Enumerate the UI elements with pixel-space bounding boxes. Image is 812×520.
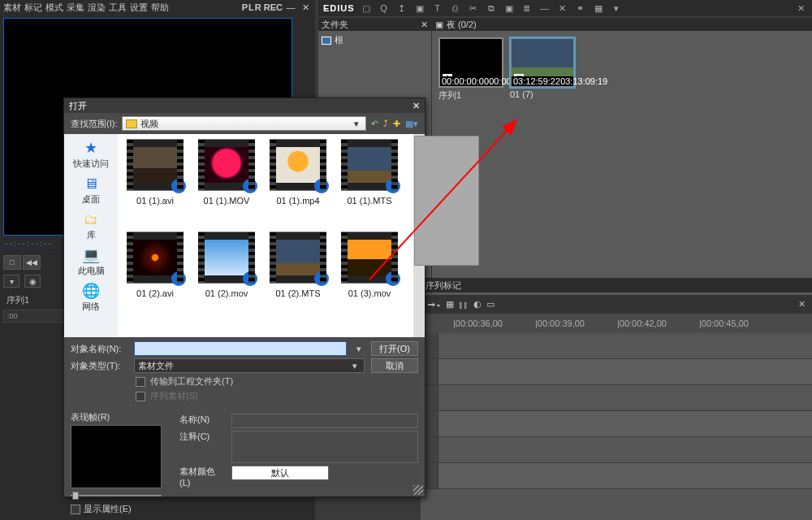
stop-button[interactable]: □ (3, 255, 21, 270)
open-button[interactable]: 打开(O) (371, 341, 418, 356)
thumb-label: 序列1 (438, 89, 503, 102)
newfolder-icon[interactable]: ✚ (393, 119, 400, 129)
file-item[interactable]: ▸01 (1).MTS (337, 139, 402, 225)
stack-icon[interactable]: ≣ (520, 3, 533, 14)
copy-icon[interactable]: ⧉ (485, 3, 498, 14)
scrollbar[interactable] (413, 134, 425, 337)
chevron-down-icon[interactable]: ▾ (353, 344, 365, 354)
dialog-close-icon[interactable]: ✕ (412, 101, 420, 111)
show-attr-checkbox-row[interactable]: 显示属性(E) (71, 503, 171, 515)
dropdown-icon[interactable]: ▾ (610, 3, 623, 14)
paste-icon[interactable]: ▣ (503, 3, 516, 14)
snap-icon[interactable]: ▭ (486, 299, 495, 310)
track-row[interactable] (421, 437, 812, 463)
thumb-label: 01 (7) (510, 89, 575, 99)
view-icon[interactable]: ▦▾ (405, 119, 418, 129)
menu-item[interactable]: 帮助 (151, 2, 169, 14)
search-icon[interactable]: Q (378, 3, 391, 13)
menu-item[interactable]: 模式 (45, 2, 63, 14)
save-icon[interactable]: ⎙ (449, 3, 462, 13)
track-row[interactable] (421, 385, 812, 411)
minimize-icon[interactable]: — (284, 2, 297, 13)
note-field-label: 注释(C) (179, 431, 225, 443)
checkbox-label: 序列素材(S) (150, 390, 198, 402)
filter-icon[interactable]: ▾ (3, 275, 19, 288)
file-thumb: ▸ (270, 232, 326, 284)
checkbox[interactable] (71, 505, 80, 514)
track-row[interactable] (421, 359, 812, 385)
minus-icon[interactable]: — (538, 3, 551, 13)
pane-close-icon[interactable]: ✕ (421, 20, 428, 30)
track-row[interactable] (421, 411, 812, 437)
grid-icon[interactable]: ▦ (592, 3, 605, 14)
place-quickaccess[interactable]: ★快速访问 (73, 139, 109, 170)
back-icon[interactable]: ↶ (371, 119, 378, 129)
menu-item[interactable]: 标记 (24, 2, 42, 14)
sync-icon[interactable]: ◐ (473, 299, 482, 310)
menu-item[interactable]: 素材 (3, 2, 21, 14)
folder-icon[interactable]: ▢ (360, 3, 373, 14)
open-dialog: 打开 ✕ 查找范围(I): 视频 ▾ ↶ ⤴ ✚ ▦▾ ★快速访问 🖥桌面 🗂库… (63, 98, 425, 497)
name-input[interactable] (231, 414, 418, 428)
track-row[interactable] (421, 463, 812, 489)
lookin-combo[interactable]: 视频 ▾ (122, 116, 366, 131)
panel-close-icon[interactable]: ✕ (794, 3, 807, 14)
bin-thumb[interactable]: 日 03:12:59:2203:13:09:19 01 (7) (510, 37, 575, 102)
file-item[interactable]: ▸01 (1).mp4 (266, 139, 330, 225)
timeline-ruler[interactable]: |00:00:36,00 |00:00:39,00 |00:00:42,00 |… (421, 314, 812, 333)
transfer-checkbox-row[interactable]: 传输到工程文件夹(T) (136, 375, 418, 388)
rew-button[interactable]: ◀◀ (23, 255, 41, 270)
place-thispc[interactable]: 💻此电脑 (78, 246, 105, 277)
scroll-thumb[interactable] (414, 136, 479, 266)
file-item[interactable]: ▸01 (2).avi (123, 232, 188, 318)
objname-input[interactable] (134, 341, 347, 356)
close-icon[interactable]: ✕ (299, 2, 312, 13)
objtype-combo[interactable]: 素材文件 ▾ (134, 358, 365, 373)
view-icon[interactable]: ⮕▾ (427, 300, 441, 310)
menu-item[interactable]: 采集 (67, 2, 84, 14)
slider-knob[interactable] (72, 492, 79, 500)
file-list[interactable]: ▸01 (1).avi▸01 (1).MOV▸01 (1).mp4▸01 (1)… (118, 134, 425, 337)
folder-icon (126, 119, 137, 128)
tc-in: 00:00:00:00 (442, 76, 489, 86)
resize-grip-icon[interactable] (413, 485, 423, 495)
track-row[interactable] (421, 333, 812, 359)
up-icon[interactable]: ↥ (395, 3, 408, 14)
menu-item[interactable]: 设置 (130, 2, 148, 14)
file-thumb: ▸ (341, 232, 398, 284)
cancel-button[interactable]: 取消 (371, 358, 418, 373)
file-item[interactable]: ▸01 (1).MOV (194, 139, 259, 225)
cut-icon[interactable]: ✂ (467, 3, 480, 14)
new-icon[interactable]: ▣ (413, 3, 426, 14)
menu-item[interactable]: 渲染 (88, 2, 106, 14)
preview-slider[interactable] (71, 492, 162, 500)
sequence-marker-bar[interactable]: 序列标记 (421, 278, 812, 292)
up-icon[interactable]: ⤴ (383, 119, 388, 129)
file-item[interactable]: ▸01 (3).mov (337, 232, 402, 318)
bin-thumb[interactable]: 主 00:00:00:0000:00:00:01 序列1 (438, 37, 503, 102)
file-thumb: ▸ (127, 139, 184, 191)
edius-logo: EDIUS (323, 3, 355, 13)
checkbox[interactable] (136, 377, 145, 387)
place-label: 桌面 (82, 193, 100, 206)
grid-icon[interactable]: ▦ (446, 299, 454, 310)
menu-item[interactable]: 工具 (109, 2, 127, 14)
camera-icon[interactable]: ◉ (24, 275, 41, 288)
panel-close-icon[interactable]: ✕ (798, 299, 806, 310)
folder-root[interactable]: 根 (322, 34, 428, 46)
color-combo[interactable]: 默认 (231, 466, 329, 480)
note-input[interactable] (231, 431, 418, 463)
link-icon[interactable]: ⚭ (574, 3, 587, 14)
place-library[interactable]: 🗂库 (80, 210, 102, 241)
mixer-icon[interactable]: ⫿⫿ (459, 300, 469, 310)
file-item[interactable]: ▸01 (2).MTS (266, 232, 330, 318)
file-name: 01 (2).MTS (275, 288, 320, 298)
delete-icon[interactable]: ✕ (556, 3, 569, 14)
file-item[interactable]: ▸01 (2).mov (194, 232, 259, 318)
file-item[interactable]: ▸01 (1).avi (123, 139, 188, 225)
tracks (421, 333, 812, 489)
place-desktop[interactable]: 🖥桌面 (80, 175, 102, 206)
bin-pane-title: 夜 (0/2) (447, 19, 477, 31)
place-network[interactable]: 🌐网络 (80, 282, 102, 313)
text-icon[interactable]: T (431, 3, 444, 13)
